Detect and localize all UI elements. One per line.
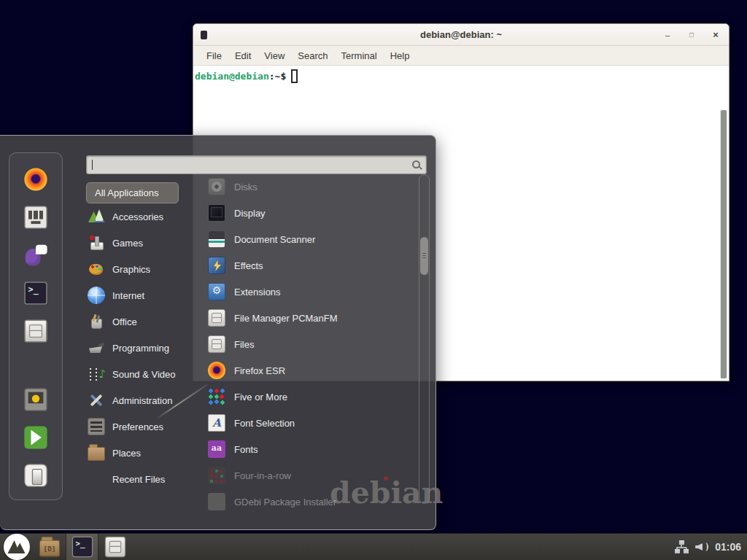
app-four-in-a-row[interactable]: Four-in-a-row [208,462,418,489]
shutdown-icon [24,464,47,486]
taskbar-button-terminal[interactable] [66,534,98,560]
office-icon [88,313,105,330]
favorite-firefox[interactable] [20,163,52,195]
terminal-titlebar[interactable]: debian@debian: ~ – □ × [193,24,729,46]
menu-scrollbar-thumb[interactable] [420,237,428,275]
four-in-a-row-icon [208,467,225,484]
internet-icon [88,287,105,304]
all-applications-button[interactable]: All Applications [86,182,179,203]
taskbar-button-file-cabinet[interactable] [98,534,131,560]
search-input[interactable] [86,155,427,174]
session-shutdown[interactable] [20,459,52,491]
sound-video-icon [88,365,105,383]
category-graphics[interactable]: Graphics [88,256,196,282]
app-disks[interactable]: Disks [208,174,418,200]
category-label: Sound & Video [112,369,176,380]
menubar-item-edit[interactable]: Edit [228,50,258,61]
favorite-file-manager[interactable] [20,315,52,346]
app-label: Extensions [234,287,281,298]
maximize-icon[interactable]: □ [687,24,696,46]
system-tray: 01:06 [675,540,747,553]
favorite-terminal[interactable] [20,277,52,308]
category-label: Office [112,316,137,327]
app-menu-icon [4,534,30,560]
category-sound-video[interactable]: Sound & Video [88,361,196,387]
terminal-cursor [291,69,298,83]
fonts-icon [208,440,225,458]
category-places[interactable]: Places [88,440,196,466]
taskbar-button-app-menu[interactable] [0,534,33,560]
programming-icon [88,339,105,357]
search-box [86,155,427,174]
app-extensions[interactable]: Extensions [208,279,418,305]
menubar-item-view[interactable]: View [258,50,291,61]
prompt-user-host: debian@debian [195,71,269,82]
app-label: GDebi Package Installer [234,497,336,508]
category-games[interactable]: Games [88,230,196,256]
administration-icon [88,392,105,409]
app-display[interactable]: Display [208,200,418,226]
app-document-scanner[interactable]: Document Scanner [208,226,418,252]
folder-d-icon [39,540,59,557]
prompt-suffix: :~$ [269,71,286,82]
search-icon [411,160,422,170]
gdebi-icon [208,493,225,510]
terminal-scrollbar-thumb[interactable] [721,110,727,378]
files-icon [208,335,225,353]
app-font-selection[interactable]: Font Selection [208,410,418,436]
category-label: Games [112,238,143,249]
app-label: Firefox ESR [234,365,285,376]
category-internet[interactable]: Internet [88,282,196,308]
app-label: Disks [234,182,258,192]
network-icon[interactable] [675,540,689,553]
taskbar-button-file-manager[interactable] [33,534,66,560]
menubar-item-terminal[interactable]: Terminal [335,50,384,61]
app-firefox[interactable]: Firefox ESR [208,357,418,384]
app-fonts[interactable]: Fonts [208,436,418,462]
app-files[interactable]: Files [208,331,418,357]
menubar-item-search[interactable]: Search [291,50,334,61]
five-or-more-icon [208,388,225,405]
app-five-or-more[interactable]: Five or More [208,384,418,410]
preferences-icon [88,418,105,435]
category-label: Programming [112,343,169,354]
category-label: Recent Files [112,474,165,485]
menubar-item-help[interactable]: Help [384,50,417,61]
favorites-list [9,163,62,346]
terminal-menubar: FileEditViewSearchTerminalHelp [193,46,729,66]
app-file-manager[interactable]: File Manager PCManFM [208,305,418,331]
session-logout[interactable] [20,421,52,453]
terminal-scrollbar[interactable] [720,110,727,378]
firefox-icon [208,362,225,379]
clock[interactable]: 01:06 [715,541,741,553]
volume-icon[interactable] [695,540,708,553]
font-selection-icon [208,414,225,432]
app-label: Five or More [234,392,287,402]
category-recent-files[interactable]: Recent Files [88,466,196,492]
minimize-icon[interactable]: – [663,24,672,46]
category-administration[interactable]: Administration [88,387,196,413]
app-label: Files [234,339,254,350]
app-label: Effects [234,260,263,271]
pidgin-icon [24,244,47,266]
file-manager-icon [208,309,225,327]
app-gdebi[interactable]: GDebi Package Installer [208,489,418,515]
graphics-icon [88,260,105,278]
app-label: Fonts [234,444,258,455]
extensions-icon [208,283,225,300]
category-preferences[interactable]: Preferences [88,413,196,440]
category-accessories[interactable]: Accessories [88,203,196,230]
category-label: Graphics [112,264,150,275]
category-programming[interactable]: Programming [88,335,196,361]
menubar-item-file[interactable]: File [200,50,228,61]
app-effects[interactable]: Effects [208,252,418,279]
favorite-pidgin[interactable] [20,239,52,271]
accessories-icon [88,208,105,225]
menu-scrollbar[interactable] [419,174,430,504]
taskbar: 01:06 [0,533,747,560]
favorite-keyboard[interactable] [20,201,52,233]
category-office[interactable]: Office [88,308,196,335]
firefox-icon [24,168,47,190]
session-lock-screen[interactable] [20,384,52,415]
close-icon[interactable]: × [711,24,720,46]
